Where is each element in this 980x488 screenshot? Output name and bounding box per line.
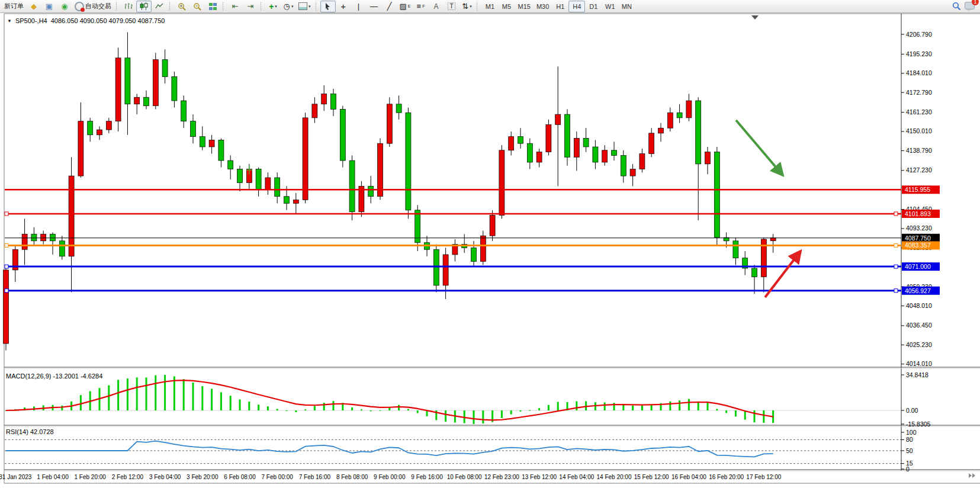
price-line-badge-label: 4071.000 [905, 263, 931, 270]
timeframe-mn[interactable]: MN [618, 1, 635, 12]
cursor-tool-button[interactable] [320, 1, 336, 12]
line-chart-type-button[interactable] [152, 1, 167, 12]
macd-histogram-bar [304, 409, 306, 410]
candle [31, 234, 37, 241]
signals-button[interactable]: ◉ [57, 1, 72, 12]
candle [509, 137, 514, 150]
timeframe-h4[interactable]: H4 [568, 1, 585, 12]
line-handle[interactable] [5, 243, 8, 247]
candle [265, 178, 271, 190]
line-handle[interactable] [5, 289, 8, 293]
arrows-tool-button[interactable]: ⇅▾ [459, 1, 474, 12]
scroll-to-end-icon[interactable] [969, 473, 975, 478]
bar-chart-type-button[interactable] [121, 1, 136, 12]
chart-canvas[interactable]: 4206.7904195.2304184.0104172.7904161.230… [0, 13, 980, 488]
periods-button[interactable]: ◷▾ [281, 1, 296, 12]
candle [162, 60, 168, 77]
channel-tool-button[interactable]: ▨E [397, 1, 413, 12]
candle [191, 121, 196, 137]
zoom-in-icon [178, 2, 186, 11]
candle [443, 255, 448, 285]
terminal-button[interactable]: ▣ [41, 1, 57, 12]
zoom-in-button[interactable] [174, 1, 189, 12]
macd-histogram-bar [716, 409, 718, 410]
macd-histogram-bar [529, 410, 531, 411]
line-handle[interactable] [894, 212, 898, 216]
time-axis-label: 7 Feb 16:00 [299, 474, 331, 480]
time-axis-label: 1 Feb 04:00 [37, 474, 69, 480]
candle [181, 101, 187, 121]
toolbar-separator [316, 2, 319, 11]
macd-histogram-bar [108, 386, 110, 410]
templates-button[interactable]: ▾ [296, 1, 313, 12]
macd-histogram-bar [230, 396, 232, 410]
macd-histogram-bar [333, 401, 335, 410]
timeframe-w1[interactable]: W1 [602, 1, 618, 12]
candle [172, 77, 177, 101]
macd-axis-label: -15.8305 [906, 420, 931, 428]
macd-histogram-bar [192, 383, 194, 410]
macd-histogram-bar [314, 406, 316, 410]
toolbar-separator [261, 2, 264, 11]
price-tick-label: 4138.790 [906, 147, 932, 154]
candle [527, 143, 532, 162]
candle [125, 58, 130, 104]
macd-histogram-bar [361, 409, 362, 410]
candle [733, 241, 738, 258]
candlestick-icon [140, 2, 148, 10]
notification-badge: 1 [972, 0, 979, 5]
timeframe-m15[interactable]: M15 [515, 1, 533, 12]
new-order-button[interactable]: 新订单 [2, 1, 26, 12]
candle [22, 234, 27, 249]
zoom-out-button[interactable] [189, 1, 205, 12]
line-handle[interactable] [5, 212, 8, 216]
timeframe-d1[interactable]: D1 [585, 1, 602, 12]
chart-shift-button[interactable]: ⇥ [243, 1, 258, 12]
vline-tool-button[interactable]: | [351, 1, 367, 12]
rsi-axis-label: 50 [906, 447, 913, 454]
time-axis-label: 2 Feb 12:00 [112, 474, 144, 480]
auto-trading-button[interactable]: 自动交易 [72, 1, 114, 12]
timeframe-m1[interactable]: M1 [481, 1, 498, 12]
tile-windows-button[interactable] [205, 1, 220, 12]
macd-signal-line [6, 380, 773, 420]
price-line-badge-label: 4101.893 [905, 210, 931, 217]
macd-axis-label: 0.00 [906, 407, 918, 414]
line-handle[interactable] [894, 289, 898, 293]
trendline-tool-button[interactable]: ╱ [382, 1, 397, 12]
chat-button[interactable]: 1 [965, 1, 975, 12]
fibonacci-tool-button[interactable]: ≡F [413, 1, 428, 12]
toolbar-separator [169, 2, 172, 11]
timeframe-m30[interactable]: M30 [534, 1, 552, 12]
candle [490, 215, 495, 236]
price-line-badge-label: 4087.750 [905, 235, 931, 242]
candle [480, 236, 486, 261]
macd-histogram-bar [201, 386, 203, 410]
macd-histogram-bar [557, 402, 559, 410]
dropdown-caret: ▾ [291, 4, 294, 9]
hline-tool-button[interactable]: — [367, 1, 382, 12]
auto-scroll-button[interactable]: ⇤ [227, 1, 243, 12]
macd-histogram-bar [173, 377, 175, 410]
add-indicator-button[interactable]: +▾ [265, 1, 281, 12]
candlestick-type-button[interactable] [136, 1, 152, 12]
label-tool-button[interactable]: T [444, 1, 459, 12]
candle [536, 152, 542, 162]
chevron-down-icon[interactable]: ▼ [7, 18, 12, 24]
metaquotes-icon[interactable]: ◆ [26, 1, 41, 12]
macd-histogram-bar [164, 375, 166, 410]
line-handle[interactable] [894, 265, 898, 268]
crosshair-tool-button[interactable]: + [336, 1, 351, 12]
macd-axis-label: 34.8418 [906, 371, 928, 378]
line-handle[interactable] [894, 243, 898, 247]
macd-histogram-bar [248, 402, 250, 410]
search-icon[interactable] [952, 2, 961, 11]
timeframe-m5[interactable]: M5 [498, 1, 515, 12]
macd-histogram-bar [155, 375, 156, 410]
text-tool-button[interactable]: A [428, 1, 444, 12]
line-handle[interactable] [5, 265, 8, 268]
macd-histogram-bar [622, 404, 624, 410]
price-tick-label: 4093.230 [906, 224, 932, 232]
macd-histogram-bar [538, 408, 540, 410]
timeframe-h1[interactable]: H1 [552, 1, 568, 12]
